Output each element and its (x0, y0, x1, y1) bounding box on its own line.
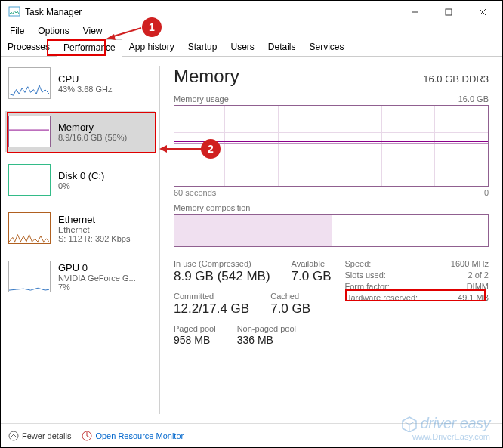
open-resource-monitor-link[interactable]: Open Resource Monitor (82, 431, 184, 441)
gpu0-sub1: NVIDIA GeForce G... (58, 273, 136, 283)
tab-strip: Processes Performance App history Startu… (1, 39, 502, 57)
disk0-name: Disk 0 (C:) (58, 170, 104, 181)
memory-sub: 8.9/16.0 GB (56%) (58, 133, 127, 142)
window-title: Task Manager (25, 7, 82, 17)
available-label: Available (292, 259, 332, 268)
tab-performance[interactable]: Performance (57, 39, 122, 57)
disk0-thumb (8, 164, 51, 196)
menubar: File Options View (1, 23, 502, 39)
resmon-label: Open Resource Monitor (95, 431, 184, 440)
axis-left: 60 seconds (174, 188, 216, 197)
sidebar-item-memory[interactable]: Memory 8.9/16.0 GB (56%) (5, 111, 155, 152)
ethernet-name: Ethernet (58, 214, 130, 225)
resmon-icon (82, 431, 92, 441)
page-title: Memory (174, 66, 239, 87)
tab-services[interactable]: Services (303, 39, 351, 56)
svg-rect-2 (446, 9, 452, 15)
slots-label: Slots used: (344, 270, 385, 280)
in-use-label: In use (Compressed) (174, 259, 270, 268)
nonpaged-label: Non-paged pool (237, 324, 296, 333)
tab-details[interactable]: Details (261, 39, 303, 56)
committed-label: Committed (174, 292, 249, 301)
axis-right: 0 (484, 188, 489, 197)
ethernet-sub1: Ethernet (58, 225, 130, 234)
form-label: Form factor: (344, 282, 389, 291)
form-value: DIMM (467, 282, 489, 291)
composition-bar (174, 214, 489, 247)
app-icon (8, 6, 20, 18)
in-use-value: 8.9 GB (542 MB) (174, 269, 270, 284)
memory-name: Memory (58, 122, 127, 133)
main-panel: Memory 16.0 GB DDR3 Memory usage 16.0 GB… (160, 57, 502, 423)
sidebar-item-gpu0[interactable]: GPU 0 NVIDIA GeForce G... 7% (5, 256, 155, 297)
memory-usage-chart (174, 105, 489, 187)
menu-file[interactable]: File (4, 24, 30, 38)
menu-options[interactable]: Options (32, 24, 75, 38)
available-value: 7.0 GB (292, 269, 332, 284)
tab-startup[interactable]: Startup (181, 39, 224, 56)
ethernet-thumb (8, 212, 51, 244)
close-button[interactable] (465, 1, 499, 23)
memory-thumb (8, 116, 51, 147)
usage-label: Memory usage (174, 94, 229, 104)
gpu0-thumb (8, 261, 51, 292)
speed-label: Speed: (344, 259, 371, 268)
minimize-button[interactable] (397, 1, 431, 23)
titlebar: Task Manager (1, 1, 502, 23)
svg-point-6 (9, 431, 18, 440)
footer: Fewer details Open Resource Monitor (1, 423, 502, 447)
gpu0-name: GPU 0 (58, 262, 136, 273)
paged-value: 958 MB (174, 334, 216, 346)
sidebar-item-disk0[interactable]: Disk 0 (C:) 0% (5, 159, 155, 200)
sidebar: CPU 43% 3.68 GHz Memory 8.9/16.0 GB (56%… (1, 57, 159, 423)
speed-value: 1600 MHz (451, 259, 489, 268)
cpu-thumb (8, 67, 51, 99)
ethernet-sub2: S: 112 R: 392 Kbps (58, 234, 130, 243)
cpu-name: CPU (58, 73, 113, 85)
gpu0-sub2: 7% (58, 283, 136, 292)
fewer-details-label: Fewer details (22, 431, 71, 440)
composition-label: Memory composition (174, 203, 489, 212)
menu-view[interactable]: View (77, 24, 109, 38)
tab-users[interactable]: Users (224, 39, 261, 56)
content-area: CPU 43% 3.68 GHz Memory 8.9/16.0 GB (56%… (1, 57, 502, 423)
sidebar-item-cpu[interactable]: CPU 43% 3.68 GHz (5, 63, 155, 104)
sidebar-item-ethernet[interactable]: Ethernet Ethernet S: 112 R: 392 Kbps (5, 208, 155, 249)
memory-total: 16.0 GB DDR3 (423, 73, 489, 85)
hw-label: Hardware reserved: (344, 293, 418, 302)
svg-line-9 (87, 436, 90, 437)
paged-label: Paged pool (174, 324, 216, 333)
usage-max: 16.0 GB (458, 94, 489, 104)
hw-value: 49.1 MB (458, 293, 489, 302)
disk0-sub: 0% (58, 181, 104, 190)
nonpaged-value: 336 MB (237, 334, 296, 346)
tab-app-history[interactable]: App history (122, 39, 181, 56)
cached-label: Cached (270, 292, 310, 301)
tab-processes[interactable]: Processes (1, 39, 57, 56)
maximize-button[interactable] (431, 1, 465, 23)
cached-value: 7.0 GB (270, 301, 310, 317)
committed-value: 12.2/17.4 GB (174, 301, 249, 317)
fewer-details-button[interactable]: Fewer details (8, 431, 71, 441)
cpu-sub: 43% 3.68 GHz (58, 85, 113, 94)
slots-value: 2 of 2 (468, 270, 489, 280)
